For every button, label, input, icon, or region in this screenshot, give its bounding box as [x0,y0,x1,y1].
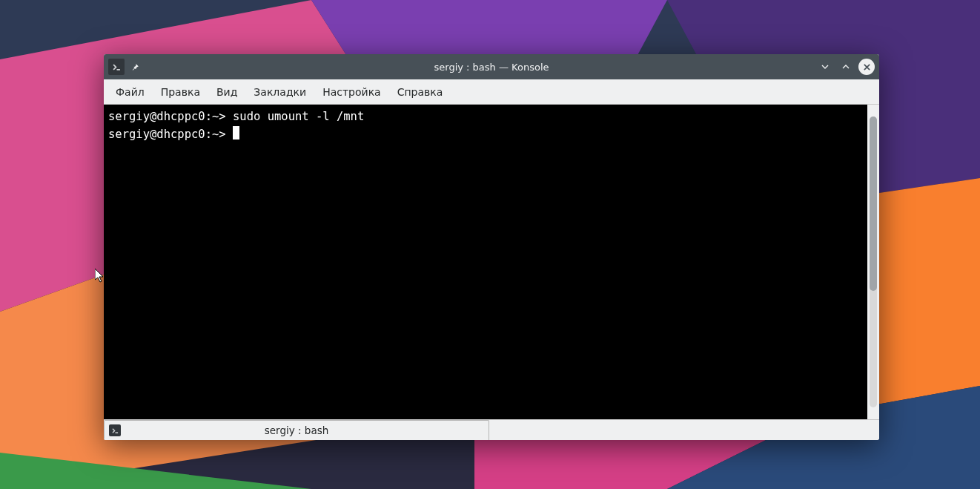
terminal-icon [109,424,121,436]
desktop: sergiy : bash — Konsole Файл Правка Вид … [0,0,980,489]
pin-icon[interactable] [128,59,142,74]
tabbar: sergiy : bash [104,419,879,440]
window-title: sergiy : bash — Konsole [104,62,879,73]
menubar: Файл Правка Вид Закладки Настройка Справ… [104,79,879,105]
scrollbar-thumb[interactable] [870,116,877,291]
close-button[interactable] [858,59,875,75]
terminal-cursor [233,126,239,140]
menu-edit[interactable]: Правка [153,83,208,101]
terminal-line: sergiy@dhcppc0:~> sudo umount -l /mnt [108,108,863,125]
terminal-line: sergiy@dhcppc0:~> [108,125,863,143]
terminal-prompt: sergiy@dhcppc0:~> [108,128,226,141]
menu-help[interactable]: Справка [390,83,451,101]
menu-file[interactable]: Файл [108,83,152,101]
menu-view[interactable]: Вид [209,83,245,101]
tab-label: sergiy : bash [265,424,329,436]
terminal-command: sudo umount -l /mnt [233,110,364,123]
tab-1[interactable]: sergiy : bash [104,420,489,440]
vertical-scrollbar[interactable] [867,105,879,419]
menu-bookmarks[interactable]: Закладки [246,83,314,101]
titlebar[interactable]: sergiy : bash — Konsole [104,54,879,79]
terminal-prompt: sergiy@dhcppc0:~> [108,110,226,123]
menu-settings[interactable]: Настройка [315,83,388,101]
app-icon [108,59,125,75]
maximize-button[interactable] [838,59,854,75]
minimize-button[interactable] [817,59,833,75]
konsole-window: sergiy : bash — Konsole Файл Правка Вид … [104,54,879,440]
terminal-output[interactable]: sergiy@dhcppc0:~> sudo umount -l /mntser… [104,105,867,419]
scrollbar-track[interactable] [870,116,877,407]
